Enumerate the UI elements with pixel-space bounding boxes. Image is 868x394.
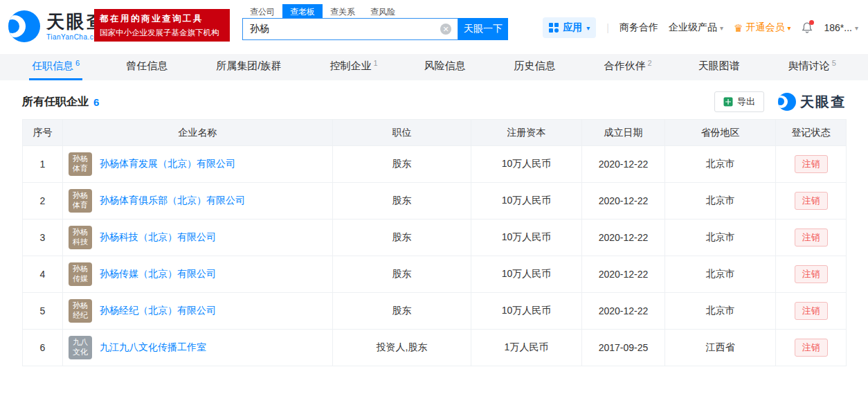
position-cell: 投资人,股东 xyxy=(333,330,471,366)
page-title-count: 6 xyxy=(93,96,99,108)
region-cell: 北京市 xyxy=(665,146,776,183)
date-cell: 2020-12-22 xyxy=(582,183,665,220)
position-cell: 股东 xyxy=(333,293,471,330)
export-label: 导出 xyxy=(737,96,755,108)
position-cell: 股东 xyxy=(333,183,471,220)
row-index: 6 xyxy=(23,330,63,366)
table-row: 5 孙杨 经纪 孙杨经纪（北京）有限公司 股东 10万人民币 xyxy=(23,293,847,330)
enterprise-products-label: 企业级产品 xyxy=(669,21,717,34)
section-tab-label: 天眼图谱 xyxy=(698,60,740,73)
avatar-line2: 体育 xyxy=(73,164,88,174)
table-row: 3 孙杨 科技 孙杨科技（北京）有限公司 股东 10万人民币 xyxy=(23,220,847,256)
company-cell-td: 九八 文化 九江九八文化传播工作室 xyxy=(63,330,333,366)
avatar-line2: 体育 xyxy=(73,201,88,211)
notifications-bell[interactable] xyxy=(801,21,813,34)
company-cell-td: 孙杨 科技 孙杨科技（北京）有限公司 xyxy=(63,220,333,256)
enterprise-products-menu[interactable]: 企业级产品 ▾ xyxy=(669,21,723,34)
capital-cell: 10万人民币 xyxy=(471,256,582,293)
region-cell: 北京市 xyxy=(665,220,776,256)
column-header: 登记状态 xyxy=(776,120,847,146)
column-header: 企业名称 xyxy=(63,120,333,146)
positions-table-wrap: 序号 企业名称 职位 注册资本 成立日期 省份地区 登记状态 xyxy=(22,119,846,366)
position-cell: 股东 xyxy=(333,256,471,293)
section-tab-count: 1 xyxy=(373,59,377,67)
status-cell: 注销 xyxy=(776,146,847,183)
status-cell: 注销 xyxy=(776,220,847,256)
company-avatar: 孙杨 体育 xyxy=(69,189,92,213)
column-header: 职位 xyxy=(333,120,471,146)
section-tab-label: 所属集团/族群 xyxy=(216,60,281,73)
avatar-line2: 传媒 xyxy=(73,274,88,284)
avatar-line2: 文化 xyxy=(73,348,88,357)
avatar-line1: 九八 xyxy=(73,338,88,348)
company-cell-td: 孙杨 体育 孙杨体育发展（北京）有限公司 xyxy=(63,146,333,183)
region-cell: 北京市 xyxy=(665,183,776,220)
section-tab[interactable]: 风险信息 xyxy=(422,54,471,80)
search-box: ✕ 天眼一下 xyxy=(242,18,508,40)
page-title: 所有任职企业 xyxy=(22,95,89,109)
account-phone-menu[interactable]: 186*... ▾ xyxy=(824,22,858,33)
company-name-link[interactable]: 孙杨科技（北京）有限公司 xyxy=(100,231,216,244)
clear-search-icon[interactable]: ✕ xyxy=(440,24,451,35)
table-row: 1 孙杨 体育 孙杨体育发展（北京）有限公司 股东 10万人民币 xyxy=(23,146,847,183)
column-header: 序号 xyxy=(23,120,63,146)
menu-divider: | xyxy=(606,22,609,33)
region-cell: 江西省 xyxy=(665,330,776,366)
column-header: 注册资本 xyxy=(471,120,582,146)
section-tab[interactable]: 合作伙伴 2 xyxy=(602,54,655,80)
watermark-text: 天眼查 xyxy=(800,93,846,111)
company-name-link[interactable]: 孙杨体育发展（北京）有限公司 xyxy=(100,158,235,170)
date-cell: 2020-12-22 xyxy=(582,256,665,293)
status-badge: 注销 xyxy=(795,302,828,320)
section-tab-count: 5 xyxy=(832,59,836,67)
capital-cell: 1万人民币 xyxy=(471,330,582,366)
tianyancha-watermark-icon xyxy=(778,93,796,111)
export-button[interactable]: 导出 xyxy=(714,91,764,112)
apps-label: 应用 xyxy=(563,21,582,34)
section-tab[interactable]: 舆情讨论 5 xyxy=(786,54,839,80)
status-cell: 注销 xyxy=(776,330,847,366)
date-cell: 2020-12-22 xyxy=(582,220,665,256)
company-cell: 孙杨 体育 孙杨体育发展（北京）有限公司 xyxy=(63,152,332,176)
avatar-line2: 科技 xyxy=(73,238,88,247)
chevron-down-icon: ▾ xyxy=(855,24,858,32)
company-cell: 九八 文化 九江九八文化传播工作室 xyxy=(63,336,332,359)
account-phone-label: 186*... xyxy=(824,22,851,33)
vip-membership-menu[interactable]: ♛ 开通会员 ▾ xyxy=(734,21,790,34)
chevron-down-icon: ▾ xyxy=(586,24,590,32)
company-name-link[interactable]: 孙杨传媒（北京）有限公司 xyxy=(100,268,216,280)
row-index: 4 xyxy=(23,256,63,293)
search-button[interactable]: 天眼一下 xyxy=(458,18,508,40)
section-tab[interactable]: 所属集团/族群 xyxy=(213,54,286,80)
capital-cell: 10万人民币 xyxy=(471,220,582,256)
business-cooperation-link[interactable]: 商务合作 xyxy=(620,21,658,34)
section-tab-label: 曾任信息 xyxy=(126,60,168,73)
company-cell-td: 孙杨 体育 孙杨体育俱乐部（北京）有限公司 xyxy=(63,183,333,220)
avatar-line1: 孙杨 xyxy=(73,301,88,311)
capital-cell: 10万人民币 xyxy=(471,183,582,220)
section-tab[interactable]: 天眼图谱 xyxy=(696,54,745,80)
avatar-line1: 孙杨 xyxy=(73,265,88,274)
search-input-wrap: ✕ xyxy=(242,18,458,40)
positions-table: 序号 企业名称 职位 注册资本 成立日期 省份地区 登记状态 xyxy=(22,119,847,366)
status-badge: 注销 xyxy=(795,155,828,173)
top-header: 天眼查 TianYanCha.com 都在用的商业查询工具 国家中小企业发展子基… xyxy=(0,0,868,54)
search-input[interactable] xyxy=(243,24,440,35)
row-index: 1 xyxy=(23,146,63,183)
vip-label: 开通会员 xyxy=(745,21,784,34)
section-tab[interactable]: 曾任信息 xyxy=(123,54,172,80)
company-name-link[interactable]: 孙杨经纪（北京）有限公司 xyxy=(100,305,216,317)
section-tab[interactable]: 控制企业 1 xyxy=(327,54,380,80)
section-tab[interactable]: 任职信息 6 xyxy=(29,54,82,80)
company-avatar: 九八 文化 xyxy=(69,336,92,359)
chevron-down-icon: ▾ xyxy=(720,24,723,32)
company-name-link[interactable]: 孙杨体育俱乐部（北京）有限公司 xyxy=(100,195,245,207)
company-name-link[interactable]: 九江九八文化传播工作室 xyxy=(100,341,206,354)
section-tab-label: 任职信息 xyxy=(32,60,73,73)
apps-menu[interactable]: 应用 ▾ xyxy=(543,17,596,38)
section-tab[interactable]: 历史信息 xyxy=(512,54,561,80)
tianyancha-logo[interactable]: 天眼查 TianYanCha.com xyxy=(8,10,107,42)
avatar-line1: 孙杨 xyxy=(73,154,88,164)
region-cell: 北京市 xyxy=(665,256,776,293)
profile-section-tabs: 任职信息 6 曾任信息 所属集团/族群 控制企业 1 风险信息 xyxy=(0,54,868,80)
